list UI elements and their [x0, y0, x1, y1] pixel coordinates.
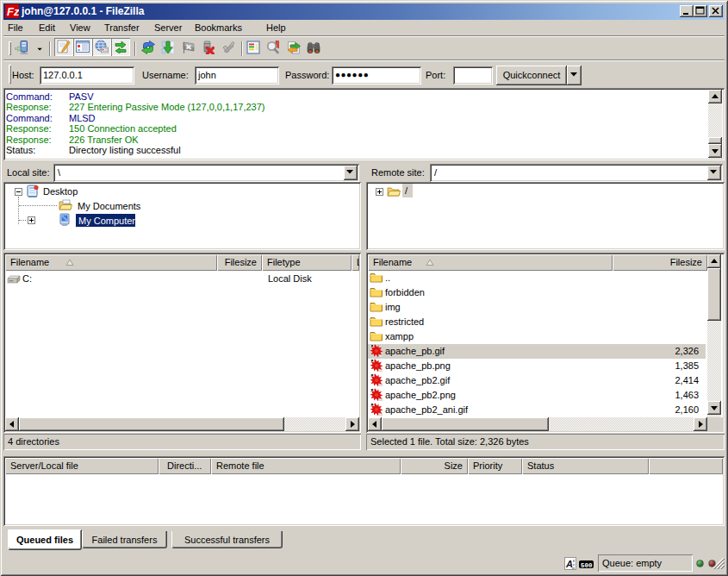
svg-text:A: A: [565, 559, 573, 569]
svg-text:500: 500: [581, 562, 593, 569]
